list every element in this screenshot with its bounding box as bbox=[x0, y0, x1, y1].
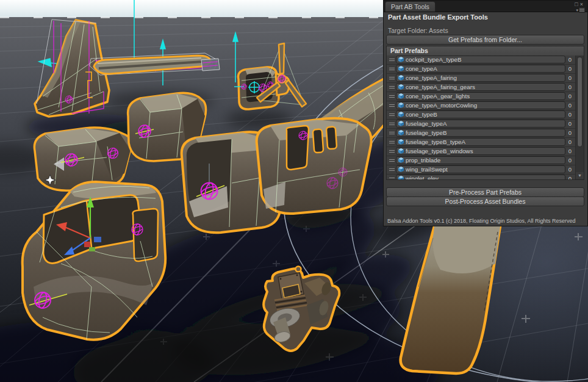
prefab-count: 0 bbox=[565, 157, 575, 164]
list-item[interactable]: fuselage_typeB 0 bbox=[387, 129, 576, 138]
editor-screen: Part AB Tools □× ▾ Part Asset Bundle Exp… bbox=[0, 0, 588, 382]
drag-handle-icon[interactable] bbox=[388, 95, 396, 98]
prefab-field[interactable]: cone_typeA_motorCowling bbox=[396, 101, 565, 109]
prefab-cube-icon bbox=[398, 112, 404, 117]
menu-grid-icon bbox=[579, 7, 585, 13]
prefab-count: 0 bbox=[565, 139, 575, 145]
prefab-cube-icon bbox=[398, 66, 404, 71]
prefab-count: 0 bbox=[565, 120, 575, 127]
prefab-field[interactable]: cone_typeA_fairing bbox=[396, 74, 565, 82]
part-prefabs-list: Part Prefabs cockpit_typeA_typeB 0 bbox=[386, 46, 584, 180]
prefab-cube-icon bbox=[398, 84, 404, 90]
prefab-cube-icon bbox=[398, 167, 404, 172]
prefab-field[interactable]: fuselage_typeB_typeA bbox=[396, 138, 565, 146]
scroll-down-icon[interactable]: ▼ bbox=[576, 172, 584, 179]
list-item[interactable]: fuselage_typeB_typeA 0 bbox=[387, 138, 576, 147]
prefab-name: winglet_elev bbox=[406, 175, 439, 180]
prefab-field[interactable]: fuselage_typeB_windows bbox=[396, 147, 565, 155]
prefab-field[interactable]: wing_trailSwept bbox=[396, 165, 565, 173]
prefab-count: 0 bbox=[565, 129, 575, 136]
prefab-count: 0 bbox=[565, 175, 575, 180]
prefab-field[interactable]: winglet_elev bbox=[396, 175, 565, 180]
page-title: Part Asset Bundle Export Tools bbox=[388, 13, 488, 21]
prefab-field[interactable]: fuselage_typeA bbox=[396, 120, 565, 128]
window-tabbar: Part AB Tools □× ▾ bbox=[384, 1, 587, 12]
list-item[interactable]: cone_typeA_motorCowling 0 bbox=[387, 101, 576, 110]
prefab-name: wing_trailSwept bbox=[406, 166, 448, 173]
list-item[interactable]: cone_typeA_fairing_gears 0 bbox=[387, 83, 576, 92]
prefab-name: cone_typeA_motorCowling bbox=[406, 102, 477, 109]
prefab-cube-icon bbox=[398, 176, 404, 180]
list-item[interactable]: winglet_elev 0 bbox=[387, 175, 576, 180]
preprocess-button[interactable]: Pre-Process Part Prefabs bbox=[386, 187, 584, 197]
drag-handle-icon[interactable] bbox=[388, 141, 396, 143]
prefab-field[interactable]: cone_typeA_fairing_gears bbox=[396, 83, 565, 91]
list-item[interactable]: cone_typeA_gear_lights 0 bbox=[387, 92, 576, 101]
scrollbar-thumb[interactable] bbox=[577, 57, 583, 147]
drag-handle-icon[interactable] bbox=[388, 159, 396, 162]
prefab-cube-icon bbox=[398, 121, 404, 126]
prefab-cube-icon bbox=[398, 75, 404, 81]
part-fuselage-typeb-windows[interactable] bbox=[257, 118, 371, 214]
prefab-count: 0 bbox=[565, 148, 575, 154]
drag-handle-icon[interactable] bbox=[388, 68, 396, 70]
prefab-name: cone_typeA_gear_lights bbox=[406, 93, 470, 99]
prefab-name: fuselage_typeB_windows bbox=[406, 148, 473, 154]
drag-handle-icon[interactable] bbox=[388, 150, 396, 153]
maximize-icon[interactable]: □ bbox=[575, 1, 579, 7]
prefab-field[interactable]: fuselage_typeB bbox=[396, 129, 565, 137]
drag-handle-icon[interactable] bbox=[388, 178, 396, 180]
list-scrollbar[interactable]: ▼ bbox=[575, 56, 584, 179]
prefab-name: fuselage_typeA bbox=[406, 120, 447, 127]
prefab-name: fuselage_typeB bbox=[406, 129, 447, 136]
list-item[interactable]: wing_trailSwept 0 bbox=[387, 165, 576, 175]
drag-handle-icon[interactable] bbox=[388, 77, 396, 79]
prefab-cube-icon bbox=[398, 148, 404, 154]
prefab-count: 0 bbox=[565, 111, 575, 118]
postprocess-button[interactable]: Post-Process Asset Bundles bbox=[386, 196, 584, 206]
prefab-cube-icon bbox=[398, 57, 404, 62]
prefab-name: cone_typeA_fairing_gears bbox=[406, 84, 475, 90]
drag-handle-icon[interactable] bbox=[388, 59, 396, 61]
drag-handle-icon[interactable] bbox=[388, 104, 396, 107]
pane-menu-icon[interactable]: ▾ bbox=[576, 7, 585, 13]
drag-handle-icon[interactable] bbox=[388, 123, 396, 125]
list-item[interactable]: cone_typeA_fairing 0 bbox=[387, 74, 576, 83]
prefab-count: 0 bbox=[565, 166, 575, 173]
drag-handle-icon[interactable] bbox=[388, 168, 396, 171]
prefab-name: cone_typeA_fairing bbox=[406, 74, 457, 81]
close-icon[interactable]: × bbox=[580, 1, 585, 7]
prefab-field[interactable]: cone_typeA_gear_lights bbox=[396, 92, 565, 100]
drag-handle-icon[interactable] bbox=[388, 132, 396, 134]
list-item[interactable]: cone_typeA 0 bbox=[387, 65, 576, 74]
list-item[interactable]: prop_triblade 0 bbox=[387, 156, 576, 165]
drag-handle-icon[interactable] bbox=[388, 114, 396, 116]
prefab-cube-icon bbox=[398, 93, 404, 99]
prefab-count: 0 bbox=[565, 84, 575, 90]
list-header: Part Prefabs bbox=[387, 46, 584, 56]
prefab-name: cone_typeB bbox=[406, 111, 437, 118]
tab-part-ab-tools[interactable]: Part AB Tools bbox=[385, 1, 436, 12]
prefab-name: prop_triblade bbox=[406, 157, 440, 164]
prefab-field[interactable]: cone_typeA bbox=[396, 65, 565, 73]
list-item[interactable]: fuselage_typeB_windows 0 bbox=[387, 147, 576, 156]
prefab-count: 0 bbox=[565, 74, 575, 81]
part-ab-tools-window: Part AB Tools □× ▾ Part Asset Bundle Exp… bbox=[383, 0, 588, 226]
prefab-field[interactable]: prop_triblade bbox=[396, 156, 565, 164]
list-item[interactable]: cone_typeB 0 bbox=[387, 110, 576, 120]
list-item[interactable]: cockpit_typeA_typeB 0 bbox=[387, 56, 576, 65]
prefab-field[interactable]: cockpit_typeA_typeB bbox=[396, 56, 565, 63]
list-item[interactable]: fuselage_typeA 0 bbox=[387, 120, 576, 129]
prefab-cube-icon bbox=[398, 157, 404, 163]
drag-handle-icon[interactable] bbox=[388, 86, 396, 88]
prefab-rows: cockpit_typeA_typeB 0 cone_typeA 0 bbox=[387, 56, 576, 179]
prefab-field[interactable]: cone_typeB bbox=[396, 110, 565, 118]
prefab-count: 0 bbox=[565, 56, 575, 63]
prefab-count: 0 bbox=[565, 102, 575, 109]
get-prefabs-button[interactable]: Get Prefabs from Folder... bbox=[386, 35, 584, 45]
chevron-down-icon: ▾ bbox=[576, 8, 578, 12]
prefab-cube-icon bbox=[398, 103, 404, 108]
window-controls[interactable]: □× bbox=[575, 1, 585, 7]
prefab-cube-icon bbox=[398, 139, 404, 145]
prefab-name: cone_typeA bbox=[406, 65, 437, 72]
